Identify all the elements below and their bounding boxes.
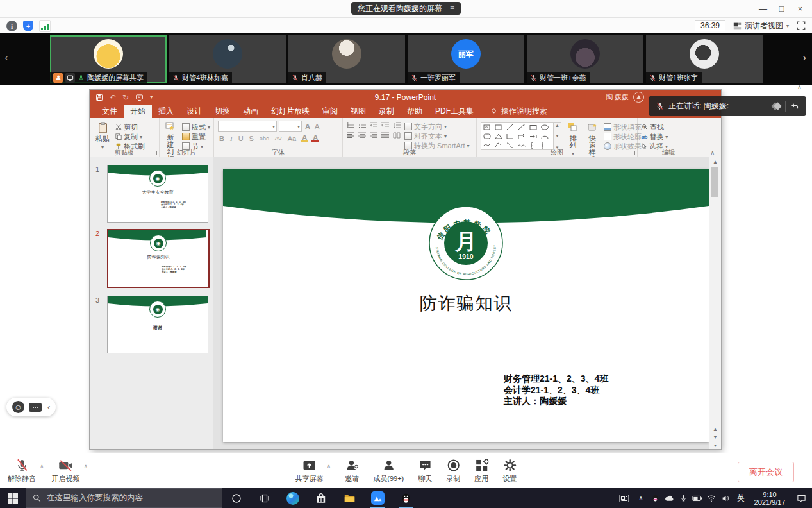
maximize-button[interactable]: □ [772,0,791,17]
record-button[interactable]: 录制 [446,459,460,484]
participant-tile[interactable]: 丽军 一班罗丽军 [408,35,524,83]
slideshow-icon[interactable] [135,94,144,101]
shapes-scroll[interactable]: ▲▼▾ [554,122,561,151]
members-button[interactable]: 成员(99+) [373,459,404,484]
news-widget-button[interactable] [615,488,634,508]
char-spacing-button[interactable]: AV [273,135,283,142]
tab-transitions[interactable]: 切换 [208,105,236,118]
dialog-launcher[interactable] [336,151,340,155]
shrink-font-button[interactable]: A [313,123,320,130]
video-options-chevron[interactable]: ∧ [84,463,88,470]
tab-review[interactable]: 审阅 [316,105,344,118]
participant-tile[interactable]: 肖八赫 [288,35,405,83]
keyboard-icon[interactable] [29,403,42,412]
tab-home[interactable]: 开始 [124,105,152,118]
align-left-icon[interactable] [347,132,354,139]
meeting-info-icon[interactable]: i [6,21,17,31]
start-button[interactable] [0,488,26,508]
qat-customize-icon[interactable]: ▾ [150,94,153,100]
align-center-icon[interactable] [358,132,366,139]
replace-button[interactable]: ab替换▾ [642,132,668,141]
tray-expand-button[interactable]: ∧ [634,488,648,508]
text-direction-button[interactable]: 文字方向▾ [404,122,469,131]
store-button[interactable] [307,488,335,508]
tab-record[interactable]: 录制 [372,105,401,118]
meeting-app-button[interactable] [363,488,392,508]
tab-pdf-tools[interactable]: PDF工具集 [429,105,480,118]
dialog-launcher[interactable] [631,151,635,155]
font-size-select[interactable]: ▾ [279,121,302,132]
indent-decrease-icon[interactable] [370,122,377,128]
collapse-strip-button[interactable]: ∧ [797,83,802,90]
edge-button[interactable] [279,488,307,508]
participant-tile[interactable]: 财管一班+余燕 [527,35,643,83]
grow-font-button[interactable]: A [304,123,311,130]
input-language-indicator[interactable]: 英 [733,488,749,508]
strip-scroll-right-button[interactable]: › [799,51,809,64]
scroll-down-icon[interactable]: ▼ [709,443,721,448]
view-mode-switcher[interactable]: 演讲者视图 ▾ [733,21,789,31]
font-color-button[interactable]: A [311,135,319,142]
strip-scroll-left-button[interactable]: ‹ [1,51,12,64]
indent-increase-icon[interactable] [381,122,389,128]
save-icon[interactable] [95,94,103,101]
apps-button[interactable]: 应用 [474,459,488,484]
share-options-chevron[interactable]: ∧ [327,463,331,470]
taskbar-search[interactable]: 在这里输入你要搜索的内容 [26,488,222,508]
undo-icon[interactable]: ↶ [110,93,116,102]
minimize-button[interactable]: — [754,0,772,17]
find-button[interactable]: 查找 [642,123,668,131]
align-text-button[interactable]: 对齐文本▾ [404,131,469,140]
network-signal-icon[interactable] [39,20,51,32]
unmute-button[interactable]: 解除静音 [8,459,36,484]
fullscreen-icon[interactable] [797,21,806,30]
file-explorer-button[interactable] [335,488,363,508]
invite-button[interactable]: 邀请 [345,459,359,484]
redo-icon[interactable]: ↻ [122,93,129,102]
numbering-icon[interactable] [358,122,366,128]
account-avatar-icon[interactable] [633,92,644,103]
security-shield-icon[interactable]: + [23,21,33,31]
dialog-launcher[interactable] [470,151,474,155]
collapse-ribbon-button[interactable]: ∧ [710,149,715,156]
settings-button[interactable]: 设置 [502,459,517,484]
leave-meeting-button[interactable]: 离开会议 [738,462,794,482]
font-name-select[interactable]: ▾ [218,121,277,132]
slide-thumbnail-1[interactable]: ◉ 大学生安全教育 财务管理21-1、2、3、4班会计学21-1、2、3、4班主… [107,165,208,223]
taskbar-clock[interactable]: 9:10 2021/9/17 [749,491,790,506]
change-case-button[interactable]: Aa [286,135,297,142]
qq-tray-icon[interactable] [648,488,662,508]
banner-menu-icon[interactable]: ≡ [450,4,454,13]
tab-design[interactable]: 设计 [180,105,208,118]
columns-icon[interactable] [393,132,401,139]
underline-button[interactable]: U [237,135,245,142]
copy-button[interactable]: 复制▾ [115,132,145,141]
shadow-button[interactable]: abc [258,135,270,142]
paste-button[interactable]: 粘贴▾ [94,121,112,151]
tab-help[interactable]: 帮助 [401,105,429,118]
dialog-launcher[interactable] [153,151,157,155]
start-video-button[interactable]: 开启视频 [52,459,80,484]
shapes-gallery[interactable] [481,122,554,150]
volume-tray-icon[interactable] [718,488,733,508]
tab-slideshow[interactable]: 幻灯片放映 [265,105,316,118]
close-button[interactable]: × [791,0,809,17]
tab-file[interactable]: 文件 [95,105,124,118]
participant-tile[interactable]: 财管1班张宇 [646,35,763,83]
task-view-button[interactable] [251,488,279,508]
mic-tray-icon[interactable] [676,488,690,508]
tab-view[interactable]: 视图 [344,105,372,118]
collapse-panel-icon[interactable]: ‹ [46,402,50,412]
tell-me-search[interactable]: 操作说明搜索 [490,105,547,118]
participant-tile[interactable]: 陶媛媛的屏幕共享 [50,35,167,83]
slide-thumbnail-3[interactable]: ◉ 谢谢 [107,296,208,353]
italic-button[interactable]: I [229,135,234,142]
tab-animations[interactable]: 动画 [236,105,265,118]
participant-tile[interactable]: 财管4班林如嘉 [169,35,286,83]
layout-button[interactable]: 版式▾ [182,123,210,131]
highlight-color-button[interactable]: A [301,135,308,142]
mic-options-chevron[interactable]: ∧ [40,463,44,470]
previous-slide-button[interactable]: ▲ [709,427,721,432]
vertical-scrollbar[interactable]: ▲ ▲ ▼ ▼ [709,157,721,449]
chat-button[interactable]: 聊天 [418,459,432,484]
